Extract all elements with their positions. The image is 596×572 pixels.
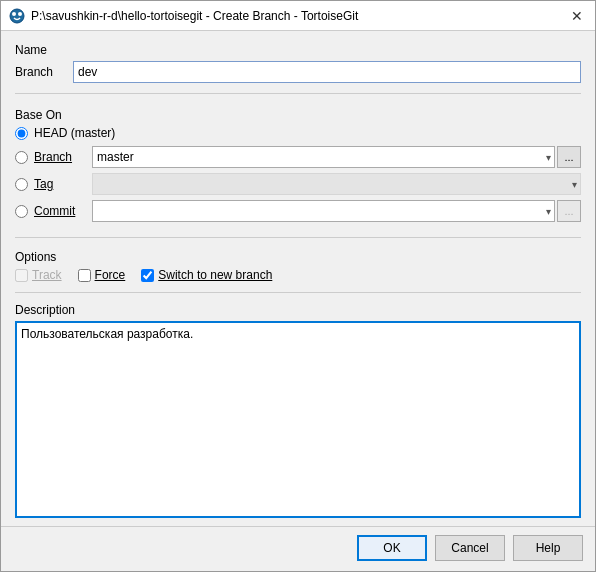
branch-radio-label[interactable]: Branch	[34, 150, 86, 164]
branch-radio-row: Branch master ...	[15, 146, 581, 168]
switch-checkbox-item: Switch to new branch	[141, 268, 272, 282]
head-radio-row: HEAD (master)	[15, 126, 581, 140]
description-label: Description	[15, 303, 581, 317]
cancel-button[interactable]: Cancel	[435, 535, 505, 561]
tag-select	[92, 173, 581, 195]
options-label: Options	[15, 250, 581, 264]
branch-combo-container: master ...	[92, 146, 581, 168]
app-icon	[9, 8, 25, 24]
help-button[interactable]: Help	[513, 535, 583, 561]
baseon-section: Base On HEAD (master) Branch master ...	[15, 108, 581, 227]
track-checkbox	[15, 269, 28, 282]
tag-radio-row: Tag	[15, 173, 581, 195]
branch-select[interactable]: master	[92, 146, 555, 168]
commit-browse-button: ...	[557, 200, 581, 222]
close-button[interactable]: ✕	[567, 6, 587, 26]
branch-name-input[interactable]	[73, 61, 581, 83]
window-title: P:\savushkin-r-d\hello-tortoisegit - Cre…	[31, 9, 358, 23]
main-window: P:\savushkin-r-d\hello-tortoisegit - Cre…	[0, 0, 596, 572]
title-bar-left: P:\savushkin-r-d\hello-tortoisegit - Cre…	[9, 8, 358, 24]
tag-combo-container	[92, 173, 581, 195]
name-section: Name Branch	[15, 43, 581, 83]
options-row: Track Force Switch to new branch	[15, 268, 581, 282]
description-textarea[interactable]: Пользовательская разработка.	[15, 321, 581, 518]
commit-radio-row: Commit ...	[15, 200, 581, 222]
switch-label[interactable]: Switch to new branch	[158, 268, 272, 282]
commit-select[interactable]	[92, 200, 555, 222]
name-section-label: Name	[15, 43, 581, 57]
commit-combo-container: ...	[92, 200, 581, 222]
tag-radio-label[interactable]: Tag	[34, 177, 86, 191]
branch-browse-button[interactable]: ...	[557, 146, 581, 168]
branch-radio[interactable]	[15, 151, 28, 164]
svg-point-0	[10, 9, 24, 23]
divider-3	[15, 292, 581, 293]
dialog-content: Name Branch Base On HEAD (master) Branch	[1, 31, 595, 526]
force-checkbox-item: Force	[78, 268, 126, 282]
ok-button[interactable]: OK	[357, 535, 427, 561]
commit-combo-box[interactable]	[92, 200, 555, 222]
branch-combo-box[interactable]: master	[92, 146, 555, 168]
title-bar: P:\savushkin-r-d\hello-tortoisegit - Cre…	[1, 1, 595, 31]
force-label[interactable]: Force	[95, 268, 126, 282]
baseon-label: Base On	[15, 108, 581, 122]
options-section: Options Track Force Switch to new branch	[15, 250, 581, 282]
commit-radio[interactable]	[15, 205, 28, 218]
commit-radio-label[interactable]: Commit	[34, 204, 86, 218]
track-label: Track	[32, 268, 62, 282]
track-checkbox-item: Track	[15, 268, 62, 282]
svg-point-1	[12, 12, 16, 16]
description-section: Description Пользовательская разработка.	[15, 303, 581, 518]
svg-point-2	[18, 12, 22, 16]
head-radio[interactable]	[15, 127, 28, 140]
divider-1	[15, 93, 581, 94]
tag-combo-box	[92, 173, 581, 195]
branch-field-label: Branch	[15, 65, 65, 79]
name-row: Branch	[15, 61, 581, 83]
force-checkbox[interactable]	[78, 269, 91, 282]
button-bar: OK Cancel Help	[1, 526, 595, 571]
head-radio-label[interactable]: HEAD (master)	[34, 126, 115, 140]
switch-checkbox[interactable]	[141, 269, 154, 282]
tag-radio[interactable]	[15, 178, 28, 191]
divider-2	[15, 237, 581, 238]
